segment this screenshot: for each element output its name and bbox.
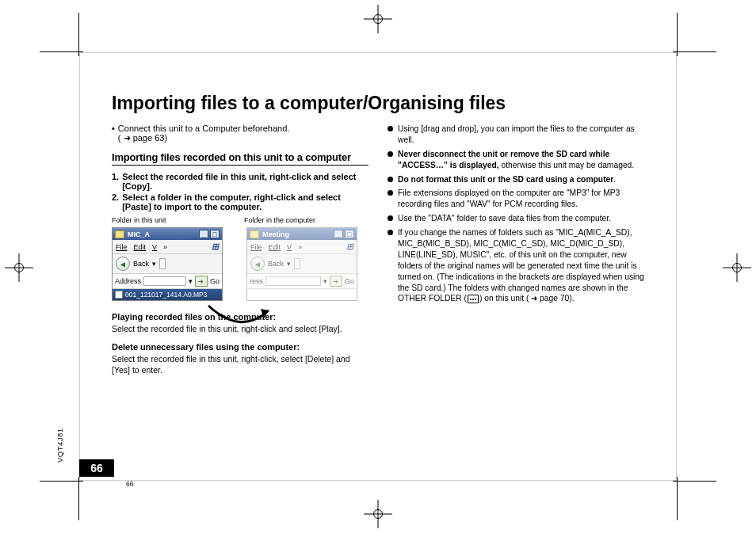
subheading-delete: Delete unnecessary files using the compu… [112, 342, 368, 352]
menu-edit: Edit [269, 243, 281, 251]
menu-edit: Edit [134, 243, 147, 251]
bullet-icon [388, 126, 393, 131]
document-page: Importing files to a computer/Organising… [79, 52, 677, 481]
window-controls: _ □ [334, 230, 354, 238]
window-title: Meeting [262, 230, 289, 238]
minimize-icon: _ [334, 230, 343, 238]
transfer-arrow-icon [205, 303, 277, 334]
windows-logo-icon: ⊞ [212, 242, 219, 252]
back-label: Back [133, 260, 149, 268]
back-button-icon: ◄ [116, 257, 130, 271]
windows-logo-icon: ⊞ [346, 242, 353, 252]
page-number-small: 66 [126, 480, 133, 488]
go-button: ➜ [330, 276, 342, 287]
folder-icon [250, 230, 259, 238]
crop-mark [78, 13, 79, 56]
list-item: Do not format this unit or the SD card u… [388, 174, 644, 185]
right-column: Using [drag and drop], you can import th… [388, 124, 644, 376]
menu-file: File [250, 243, 262, 251]
dropdown-icon: ▾ [152, 260, 156, 268]
screenshot-captions: Folder in this unit Folder in the comput… [112, 216, 368, 224]
step-text: Select a folder in the computer, right-c… [122, 192, 368, 211]
bullet-mark: • [112, 124, 115, 143]
address-label: Address [115, 277, 141, 285]
crop-mark [40, 51, 83, 52]
caption-folder-computer: Folder in the computer [244, 216, 368, 224]
item-text-b: ) on this unit ( ➜ page 70). [479, 294, 575, 303]
folder-icon [268, 278, 275, 284]
item-text: . [613, 175, 616, 184]
explorer-window-source: MIC_A _ □ File Edit V » ⊞ ◄ [112, 227, 223, 301]
back-label: Back [268, 260, 284, 268]
nav-separator [159, 258, 166, 269]
explorer-window-target: Meeting _ □ File Edit V » ⊞ ◄ [246, 227, 357, 301]
bullet-icon [388, 177, 393, 182]
menu-view: V [287, 243, 292, 251]
dropdown-icon: ▾ [189, 277, 193, 285]
bullet-icon [388, 190, 393, 196]
screenshot-illustration: MIC_A _ □ File Edit V » ⊞ ◄ [112, 227, 368, 301]
item-text: Using [drag and drop], you can import th… [398, 124, 644, 146]
list-item: Never disconnect the unit or remove the … [388, 149, 644, 171]
nav-separator [294, 258, 300, 269]
step-number: 1. [112, 172, 119, 191]
go-button: ➜ [195, 276, 208, 287]
minimize-icon: _ [199, 230, 208, 238]
note-text: Connect this unit to a Computer beforeha… [118, 124, 289, 133]
registration-mark-top [364, 5, 392, 33]
item-bold: Do not format this unit or the SD card u… [398, 175, 613, 184]
folder-icon [115, 230, 124, 238]
file-icon [115, 291, 123, 299]
document-code: VQT4J81 [55, 428, 64, 463]
note-page-ref: ( ➜ page 63) [118, 133, 167, 143]
crop-mark [78, 477, 79, 520]
bullet-icon [388, 151, 393, 157]
item-text-a: If you change the names of folders such … [398, 228, 644, 303]
step-1: 1. Select the recorded file in this unit… [112, 172, 368, 191]
go-label: Go [210, 277, 220, 285]
address-label: ress [250, 277, 263, 285]
list-item: File extensions displayed on the compute… [388, 188, 644, 210]
registration-mark-left [5, 253, 33, 282]
bullet-icon [388, 215, 393, 221]
crop-mark [673, 481, 716, 482]
item-text: otherwise this unit may be damaged. [499, 161, 635, 169]
go-label: Go [345, 277, 354, 285]
crop-mark [677, 13, 678, 56]
step-number: 2. [112, 192, 119, 211]
section-heading-import: Importing files recorded on this unit to… [112, 151, 368, 166]
step-text: Select the recorded file in this unit, r… [122, 172, 368, 191]
folder-icon [146, 278, 153, 284]
list-item: If you change the names of folders such … [388, 227, 644, 304]
registration-mark-bottom [364, 500, 392, 528]
list-item: Use the "DATA" folder to save data files… [388, 213, 644, 224]
caption-folder-unit: Folder in this unit [112, 216, 236, 224]
connect-note: • Connect this unit to a Computer before… [112, 124, 368, 143]
page-number: 66 [79, 459, 114, 477]
page-title: Importing files to a computer/Organising… [112, 93, 644, 114]
window-controls: _ □ [199, 230, 220, 238]
registration-mark-right [723, 253, 751, 282]
menu-more: » [298, 243, 302, 251]
list-item: Using [drag and drop], you can import th… [388, 124, 644, 146]
step-2: 2. Select a folder in the computer, righ… [112, 192, 368, 211]
dropdown-icon: ▾ [323, 277, 327, 285]
selected-file-name: 001_121017_1414.A0.MP3 [125, 291, 208, 299]
crop-mark [40, 481, 83, 482]
maximize-icon: □ [345, 230, 354, 238]
body-delete: Select the recorded file in this unit, r… [112, 353, 368, 375]
item-text: Use the "DATA" folder to save data files… [398, 213, 644, 224]
menu-file: File [116, 243, 128, 251]
menu-more: » [163, 243, 167, 251]
maximize-icon: □ [210, 230, 220, 238]
crop-mark [673, 51, 716, 52]
left-column: • Connect this unit to a Computer before… [112, 124, 368, 376]
dropdown-icon: ▾ [287, 260, 291, 268]
other-folder-icon [468, 295, 479, 303]
bullet-icon [388, 230, 393, 235]
menu-view: V [152, 243, 157, 251]
back-button-icon: ◄ [250, 257, 265, 271]
window-title: MIC_A [128, 230, 150, 238]
item-text: File extensions displayed on the compute… [398, 188, 644, 210]
crop-mark [677, 477, 678, 520]
